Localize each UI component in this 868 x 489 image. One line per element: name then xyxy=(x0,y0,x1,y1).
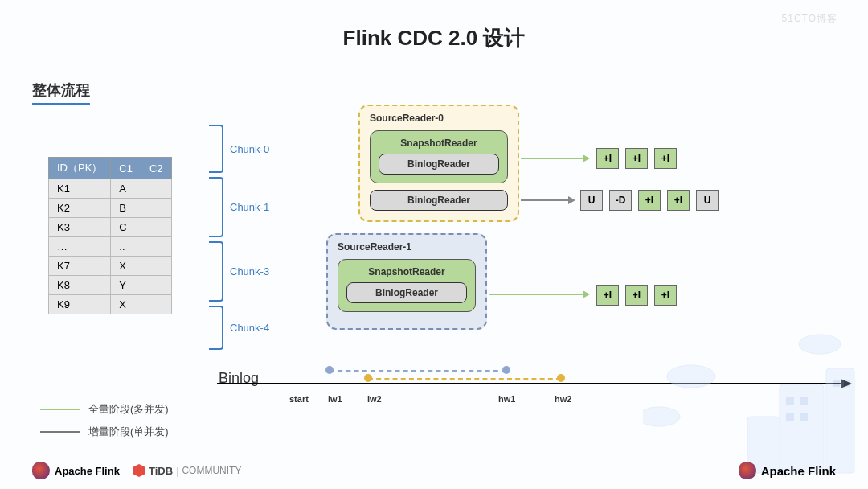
chunk-label: Chunk-0 xyxy=(230,143,269,155)
cell: .. xyxy=(111,237,141,257)
snapshot-reader: SnapshotReader BinlogReader xyxy=(370,130,508,183)
reader-title: SourceReader-1 xyxy=(338,241,411,253)
flink-label: Apache Flink xyxy=(55,465,120,477)
dashline xyxy=(330,370,506,372)
dashline xyxy=(368,378,561,380)
dot-icon xyxy=(502,366,510,374)
cell: X xyxy=(111,257,141,276)
flink-logo-icon xyxy=(739,462,756,479)
data-table: ID（PK） C1 C2 K1A K2B K3C ….. K7X K8Y K9X xyxy=(48,157,172,314)
snapshot-reader: SnapshotReader BinlogReader xyxy=(338,259,476,312)
event: +I xyxy=(625,148,648,169)
cell: X xyxy=(111,295,141,314)
event: +I xyxy=(596,148,619,169)
cell: K2 xyxy=(49,199,111,218)
axis-tick: lw2 xyxy=(367,394,382,404)
chunk-label: Chunk-4 xyxy=(230,322,269,334)
binlog-reader-inner: BinlogReader xyxy=(346,282,467,303)
cell: K9 xyxy=(49,295,111,314)
binlog-reader-outer: BinlogReader xyxy=(370,190,508,211)
legend-incr: 增量阶段(单并发) xyxy=(40,425,169,439)
svg-rect-11 xyxy=(844,380,850,387)
axis-tick: start xyxy=(289,394,309,404)
event: +I xyxy=(654,285,677,306)
cell: K8 xyxy=(49,276,111,295)
watermark: 51CTO博客 xyxy=(782,12,837,26)
bracket-icon xyxy=(209,241,223,302)
footer-right: Apache Flink xyxy=(739,462,836,479)
arrow-icon xyxy=(521,158,583,159)
event: +I xyxy=(625,285,648,306)
snapshot-label: SnapshotReader xyxy=(346,266,467,277)
event: +I xyxy=(638,190,661,211)
bracket-icon xyxy=(209,177,223,237)
event: U xyxy=(696,190,719,211)
event: +I xyxy=(667,190,690,211)
svg-rect-8 xyxy=(786,413,794,421)
cell xyxy=(141,295,171,314)
svg-point-3 xyxy=(667,365,715,388)
event-row: +I +I +I xyxy=(596,148,677,169)
arrow-icon xyxy=(521,199,569,201)
footer-left: Apache Flink TiDB | COMMUNITY xyxy=(32,462,241,479)
legend-label: 增量阶段(单并发) xyxy=(88,425,169,439)
svg-point-4 xyxy=(643,407,680,426)
cell xyxy=(141,276,171,295)
cell: … xyxy=(49,237,111,257)
legend-full: 全量阶段(多并发) xyxy=(40,402,169,417)
bracket-icon xyxy=(209,125,223,173)
dot-icon xyxy=(364,374,372,382)
cell: K7 xyxy=(49,257,111,276)
community-label: COMMUNITY xyxy=(182,465,241,476)
dot-icon xyxy=(557,374,565,382)
cell: K1 xyxy=(49,179,111,199)
cell: C xyxy=(111,218,141,237)
event-row: U -D +I +I U xyxy=(580,190,719,211)
axis-tick: lw1 xyxy=(328,394,342,404)
flink-label: Apache Flink xyxy=(761,464,836,478)
svg-rect-7 xyxy=(800,397,808,405)
axis-tick: hw2 xyxy=(555,394,571,404)
binlog-reader-inner: BinlogReader xyxy=(379,154,499,175)
page-title: Flink CDC 2.0 设计 xyxy=(0,0,868,52)
event: -D xyxy=(609,190,632,211)
col-header: ID（PK） xyxy=(49,158,111,179)
svg-rect-6 xyxy=(786,397,794,405)
event: +I xyxy=(654,148,677,169)
svg-rect-9 xyxy=(800,413,808,421)
section-label: 整体流程 xyxy=(32,80,90,105)
bracket-icon xyxy=(209,306,223,350)
snapshot-label: SnapshotReader xyxy=(379,138,499,149)
col-header: C1 xyxy=(111,158,141,179)
source-reader-1: SourceReader-1 SnapshotReader BinlogRead… xyxy=(326,233,487,330)
cell xyxy=(141,257,171,276)
svg-point-5 xyxy=(799,335,841,354)
axis-tick: hw1 xyxy=(498,394,515,404)
chunk-label: Chunk-3 xyxy=(230,265,269,277)
cell: Y xyxy=(111,276,141,295)
svg-rect-10 xyxy=(833,380,840,387)
reader-title: SourceReader-0 xyxy=(370,113,444,124)
cell xyxy=(141,218,171,237)
flink-logo-icon xyxy=(32,462,50,479)
event-row: +I +I +I xyxy=(596,285,677,306)
source-reader-0: SourceReader-0 SnapshotReader BinlogRead… xyxy=(358,105,519,222)
cell xyxy=(141,179,171,199)
legend-label: 全量阶段(多并发) xyxy=(88,402,169,417)
tidb-logo-icon xyxy=(133,464,145,477)
event: +I xyxy=(596,285,619,306)
cell: A xyxy=(111,179,141,199)
cell xyxy=(141,237,171,257)
col-header: C2 xyxy=(141,158,171,179)
cell xyxy=(141,199,171,218)
chunk-label: Chunk-1 xyxy=(230,201,269,213)
cell: K3 xyxy=(49,218,111,237)
arrow-icon xyxy=(489,294,583,295)
tidb-label: TiDB xyxy=(149,465,173,477)
event: U xyxy=(580,190,603,211)
cell: B xyxy=(111,199,141,218)
dot-icon xyxy=(326,366,334,374)
